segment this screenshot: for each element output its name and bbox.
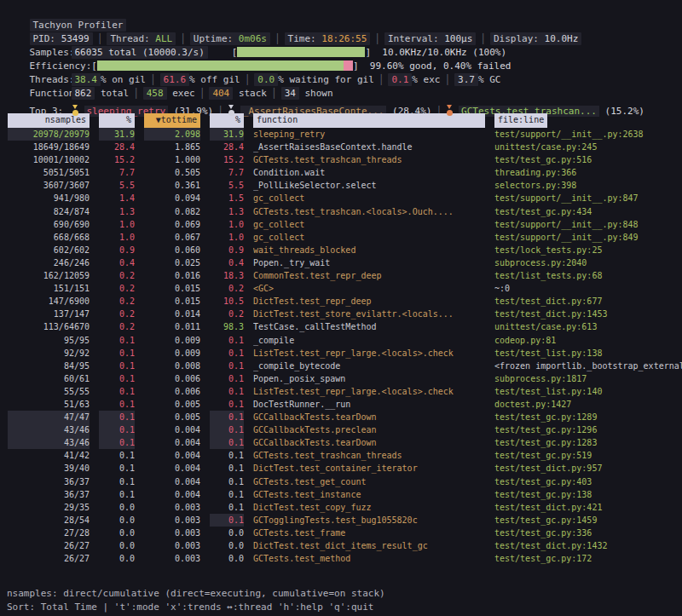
table-row[interactable]: 941/9801.40.0941.5gc_collecttest/support… (0, 192, 682, 204)
table-row[interactable]: 20978/2097931.92.09831.9sleeping_retryte… (0, 128, 682, 141)
cell-tottime: 0.006 (144, 372, 200, 385)
functions-total-value: 862 (72, 87, 95, 100)
cell-tottime: 1.865 (144, 141, 200, 153)
cell-nsamples: 151/151 (8, 282, 90, 295)
column-header-tottime-sorted[interactable]: ▼tottime (144, 113, 200, 128)
cell-file-line: test/test_dict.py:677 (494, 295, 682, 308)
table-row[interactable]: 29/350.00.0030.1DictTest.test_copy_fuzzt… (0, 501, 682, 514)
table-row[interactable]: 137/1470.20.0140.2DictTest.test_store_ev… (0, 308, 682, 320)
cell-function: DictTest.test_container_iterator (253, 462, 485, 475)
table-row[interactable]: 602/6020.90.0600.9wait_threads_blockedte… (0, 244, 682, 256)
table-row[interactable]: 60/610.10.0060.1Popen._posix_spawnsubpro… (0, 372, 682, 385)
thread-label: Thread: (110, 33, 149, 44)
cell-function: wait_threads_blocked (253, 244, 485, 256)
efficiency-bar-track (97, 60, 353, 71)
table-row[interactable]: 95/950.10.0090.1_compilecodeop.py:81 (0, 334, 682, 347)
efficiency-summary: 99.60% good, 0.40% failed (370, 60, 512, 72)
cell-direct-pct: 0.1 (99, 398, 135, 411)
column-header-direct-pct[interactable]: % (99, 113, 135, 128)
off-gil-value: 61.6 (160, 73, 190, 86)
table-row[interactable]: 51/630.10.0050.1DocTestRunner.__rundocte… (0, 398, 682, 411)
table-row[interactable]: 18649/1864928.41.86528.4_AssertRaisesBas… (0, 141, 682, 153)
cell-nsamples: 941/980 (8, 192, 90, 204)
cell-direct-pct: 0.1 (99, 423, 135, 436)
table-row[interactable]: 690/6901.00.0691.0gc_collecttest/support… (0, 218, 682, 231)
thread-field[interactable]: Thread: ALL (107, 32, 176, 45)
cell-file-line: test/test_dict.py:1453 (494, 308, 682, 320)
table-row[interactable]: 55/550.10.0060.1ListTest.test_repr_large… (0, 385, 682, 398)
table-row[interactable]: 162/120590.20.01618.3CommonTest.test_rep… (0, 269, 682, 282)
cell-file-line: codeop.py:81 (494, 334, 682, 347)
table-row[interactable]: 151/1510.20.0150.2<GC>~:0 (0, 282, 682, 295)
cell-nsamples: 10001/10002 (8, 153, 90, 166)
cell-tottime: 0.015 (144, 282, 200, 295)
cell-function: GCTests.test_frame (253, 527, 485, 539)
cell-direct-pct: 0.1 (99, 347, 135, 360)
cell-direct-pct: 0.1 (99, 411, 135, 423)
table-row[interactable]: 47/470.10.0050.1GCCallbackTests.tearDown… (0, 411, 682, 423)
cell-total-pct: 1.3 (210, 205, 244, 218)
table-row[interactable]: 41/420.10.0040.1GCTests.test_trashcan_th… (0, 449, 682, 462)
table-row[interactable]: 113/646700.20.01198.3TestCase._callTestM… (0, 320, 682, 333)
samples-label: Samples: (30, 46, 72, 60)
cell-nsamples: 39/40 (8, 462, 90, 475)
bar-open-bracket: [ (91, 60, 97, 72)
cell-direct-pct: 0.1 (99, 488, 135, 501)
table-row[interactable]: 43/460.10.0040.1GCCallbackTests.preclean… (0, 423, 682, 436)
table-row[interactable]: 84/950.10.0080.1_compile_bytecode<frozen… (0, 360, 682, 372)
cell-direct-pct: 5.5 (99, 179, 135, 192)
table-row[interactable]: 39/400.10.0040.1DictTest.test_container_… (0, 462, 682, 475)
cell-tottime: 0.505 (144, 166, 200, 179)
table-row[interactable]: 147/69000.20.01510.5DictTest.test_repr_d… (0, 295, 682, 308)
cell-tottime: 0.003 (144, 539, 200, 552)
table-row[interactable]: 26/270.00.0030.0GCTests.test_methodtest/… (0, 552, 682, 565)
column-header-file-line[interactable]: file:line (494, 113, 547, 128)
display-field: Display: 10.0Hz (490, 32, 581, 45)
cell-direct-pct: 0.2 (99, 295, 135, 308)
cell-file-line: subprocess.py:2040 (494, 256, 682, 269)
cell-total-pct: 0.1 (210, 334, 244, 347)
cell-function: GCCallbackTests.tearDown (253, 436, 485, 449)
table-row[interactable]: 43/460.10.0040.1GCCallbackTests.tearDown… (0, 436, 682, 449)
cell-file-line: test/test_gc.py:138 (494, 488, 682, 501)
cell-tottime: 0.016 (144, 269, 200, 282)
table-row[interactable]: 36/370.10.0040.1GCTests.test_instancetes… (0, 488, 682, 501)
table-row[interactable]: 246/2460.40.0250.4Popen._try_waitsubproc… (0, 256, 682, 269)
cell-direct-pct: 0.0 (99, 501, 135, 514)
cell-file-line: test/support/__init__.py:848 (494, 218, 682, 231)
cell-nsamples: 246/246 (8, 256, 90, 269)
table-row[interactable]: 92/920.10.0090.1ListTest.test_repr_large… (0, 347, 682, 360)
cell-tottime: 1.000 (144, 153, 200, 166)
cell-direct-pct: 1.0 (99, 231, 135, 244)
table-row[interactable]: 824/8741.30.0821.3GCTests.test_trashcan.… (0, 205, 682, 218)
cell-function: CommonTest.test_repr_deep (253, 269, 485, 282)
table-row[interactable]: 3607/36075.50.3615.5_PollLikeSelector.se… (0, 179, 682, 192)
cell-nsamples: 18649/18649 (8, 141, 90, 153)
table-row[interactable]: 26/270.00.0030.0DictTest.test_dict_items… (0, 539, 682, 552)
cell-nsamples: 113/64670 (8, 320, 90, 333)
cell-file-line: test/test_gc.py:403 (494, 475, 682, 488)
table-row[interactable]: 10001/1000215.21.00015.2GCTests.test_tra… (0, 153, 682, 166)
cell-file-line: test/test_gc.py:336 (494, 527, 682, 539)
table-row[interactable]: 28/540.00.0030.1GCTogglingTests.test_bug… (0, 514, 682, 527)
interval-label: Interval: (388, 33, 439, 44)
cell-file-line: doctest.py:1427 (494, 398, 682, 411)
cell-function: ListTest.test_repr_large.<locals>.check (253, 385, 485, 398)
cell-nsamples: 5051/5051 (8, 166, 90, 179)
table-row[interactable]: 27/280.00.0030.0GCTests.test_frametest/t… (0, 527, 682, 539)
cell-function: GCCallbackTests.preclean (253, 423, 485, 436)
cell-file-line: test/test_gc.py:1459 (494, 514, 682, 527)
cell-total-pct: 0.1 (210, 411, 244, 423)
cell-nsamples: 27/28 (8, 527, 90, 539)
cell-total-pct: 7.7 (210, 166, 244, 179)
on-gil-value: 38.4 (72, 73, 101, 86)
table-row[interactable]: 668/6681.00.0671.0gc_collecttest/support… (0, 231, 682, 244)
cell-direct-pct: 0.1 (99, 462, 135, 475)
cell-function: <GC> (253, 282, 485, 295)
table-row[interactable]: 5051/50517.70.5057.7Condition.waitthread… (0, 166, 682, 179)
samples-total: 66035 total (10000.3/s) (72, 46, 208, 59)
table-row[interactable]: 36/370.10.0040.1GCTests.test_get_countte… (0, 475, 682, 488)
separator: │ (150, 74, 156, 85)
time-value: 18:26:55 (321, 33, 367, 44)
cell-total-pct: 10.5 (210, 295, 244, 308)
